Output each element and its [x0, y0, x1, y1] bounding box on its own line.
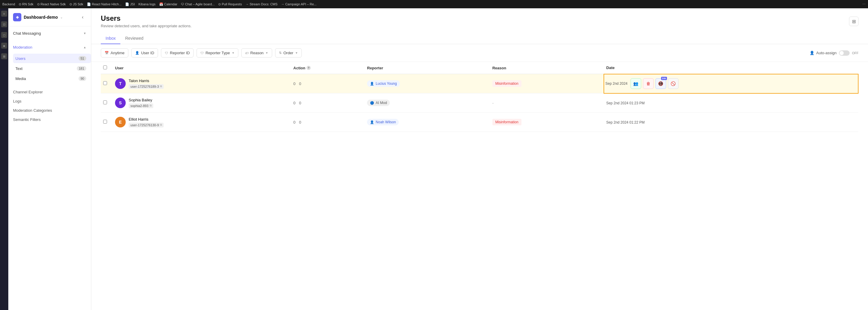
- browser-tab-chat[interactable]: 🗨 Chat – Agile board...: [181, 2, 215, 6]
- row-1-action-a: 0: [293, 82, 296, 86]
- browser-tab-rn-hitch[interactable]: 📄 React Native Hitch...: [87, 2, 122, 6]
- row-2-reporter-badge[interactable]: 🔵 AI Mod: [367, 100, 390, 106]
- reporter-type-chevron: ▼: [231, 51, 235, 55]
- row-2-checkbox[interactable]: [103, 100, 107, 104]
- row-3-user-cell: E Elliot Harris user-1725276130-9 ⧉: [113, 113, 291, 132]
- row-1-reporter-cell: 👤 Lucius Young: [365, 74, 490, 93]
- table-row: E Elliot Harris user-1725276130-9 ⧉: [101, 113, 858, 132]
- left-edge-icon-1[interactable]: ≡: [1, 11, 7, 17]
- moderation-label: Moderation: [13, 45, 32, 50]
- left-edge-icon-4[interactable]: ◈: [1, 43, 7, 49]
- browser-tab-backend[interactable]: Backend: [2, 2, 15, 6]
- browser-tab-stream-docs[interactable]: → Stream Docs: CMS: [245, 2, 277, 6]
- row-1-user-name: Talon Harris: [129, 79, 164, 83]
- page-tabs: Inbox Reviewed: [101, 33, 859, 44]
- media-label: Media: [16, 76, 26, 81]
- row-3-avatar-letter: E: [119, 120, 122, 124]
- sidebar-item-logs[interactable]: Logs: [8, 97, 91, 106]
- table-row: S Sophia Bailey sophia2-893 ⧉: [101, 93, 858, 113]
- table-container: User Action ? Reporter Reason: [91, 62, 868, 310]
- reason-label: Reason: [250, 51, 264, 55]
- sidebar-nav-chat-messaging[interactable]: Chat Messaging ▼: [8, 29, 91, 38]
- sidebar-section-chat: Chat Messaging ▼: [8, 26, 91, 40]
- brand-icon: ◈: [13, 13, 21, 21]
- reporter-type-filter[interactable]: 🛡 Reporter Type ▼: [196, 48, 238, 58]
- grid-view-button[interactable]: ⊞: [849, 17, 859, 26]
- row-1-user-id: user-1725276189-3 ⧉: [129, 84, 164, 89]
- row-2-checkbox-cell: [101, 93, 113, 113]
- reporter-id-filter[interactable]: 🛡 Reporter ID: [161, 48, 193, 58]
- ban-icon: 🚫: [671, 81, 676, 86]
- row-1-btn-ban-24h[interactable]: 📵 24h: [655, 78, 666, 89]
- left-edge-icon-5[interactable]: ⊞: [1, 53, 7, 59]
- auto-assign-container: 👤 Auto-assign OFF: [810, 51, 859, 56]
- left-edge-icon-3[interactable]: ◻: [1, 32, 7, 38]
- tag-icon: 🏷: [245, 51, 248, 55]
- sidebar-item-channel-explorer[interactable]: Channel Explorer: [8, 87, 91, 97]
- browser-tab-kibana[interactable]: Kibana logs: [138, 2, 156, 6]
- text-badge: 181: [77, 66, 86, 71]
- left-edge-icon-2[interactable]: ⊡: [1, 21, 7, 27]
- row-3-reporter-badge[interactable]: 👤 Noah Wilson: [367, 119, 399, 125]
- row-1-user-cell: T Talon Harris user-1725276189-3 ⧉: [113, 74, 291, 93]
- row-2-user-name: Sophia Bailey: [129, 98, 153, 102]
- row-1-copy-icon[interactable]: ⧉: [160, 85, 162, 88]
- sidebar-nav-moderation[interactable]: Moderation ▲: [8, 43, 91, 52]
- browser-tab-more[interactable]: ⋯: [862, 2, 866, 6]
- browser-tab-pull-requests[interactable]: ⊙ Pull Requests: [218, 2, 242, 6]
- browser-tab-campaign[interactable]: → Campaign API – Re...: [281, 2, 317, 6]
- row-1-btn-ban[interactable]: 🚫: [668, 78, 679, 89]
- row-3-copy-icon[interactable]: ⧉: [160, 123, 162, 127]
- row-1-checkbox[interactable]: [103, 81, 107, 85]
- row-1-reporter-icon: 👤: [370, 82, 374, 86]
- brand-chevron: ⌄: [60, 16, 63, 19]
- tab-inbox[interactable]: Inbox: [101, 33, 120, 44]
- th-date-label: Date: [606, 65, 615, 70]
- th-select-all[interactable]: [101, 62, 113, 74]
- row-3-date: Sep 2nd 2024 01:22 PM: [606, 120, 645, 124]
- tab-inbox-label: Inbox: [105, 36, 116, 40]
- anytime-label: Anytime: [111, 51, 125, 55]
- table-row: T Talon Harris user-1725276189-3 ⧉: [101, 74, 858, 93]
- sidebar-item-media[interactable]: Media 90: [13, 74, 91, 83]
- row-1-btn-review[interactable]: 👥: [630, 78, 641, 89]
- th-user-label: User: [115, 66, 124, 70]
- row-1-btn-delete[interactable]: 🗑: [643, 78, 654, 89]
- sidebar-item-text[interactable]: Text 181: [13, 64, 91, 73]
- table-header-row: User Action ? Reporter Reason: [101, 62, 858, 74]
- row-2-copy-icon[interactable]: ⧉: [150, 104, 152, 107]
- sidebar-brand[interactable]: ◈ Dashboard-demo ⌄: [13, 13, 63, 21]
- reason-filter[interactable]: 🏷 Reason ▼: [241, 48, 272, 58]
- browser-tab-calendar[interactable]: 📅 Calendar: [159, 2, 178, 6]
- shield-icon: 🛡: [165, 51, 168, 55]
- user-id-filter[interactable]: 👤 User ID: [131, 48, 158, 58]
- brand-label: Dashboard-demo: [24, 15, 58, 20]
- action-info-icon[interactable]: ?: [307, 66, 311, 70]
- row-3-user-name: Elliot Harris: [129, 117, 164, 122]
- filters-bar: 📅 Anytime 👤 User ID 🛡 Reporter ID 🛡 Repo…: [91, 44, 868, 62]
- row-1-action-cell: 0 0: [291, 74, 365, 93]
- order-filter[interactable]: ⇅ Order ▼: [275, 48, 302, 58]
- row-1-reporter-badge[interactable]: 👤 Lucius Young: [367, 80, 400, 87]
- sidebar-collapse-button[interactable]: ‹: [79, 13, 86, 21]
- browser-tab-jsi[interactable]: 📄 JSI: [125, 2, 135, 6]
- row-2-action-b: 0: [299, 101, 301, 105]
- sidebar-item-moderation-categories[interactable]: Moderation Categories: [8, 106, 91, 115]
- ban-24h-badge: 24h: [661, 77, 667, 80]
- select-all-checkbox[interactable]: [103, 65, 107, 69]
- browser-tab-rn-sdk[interactable]: ⊙ RN Sdk: [19, 2, 33, 6]
- anytime-filter[interactable]: 📅 Anytime: [101, 48, 128, 58]
- row-1-avatar: T: [115, 78, 126, 89]
- tab-reviewed[interactable]: Reviewed: [120, 33, 148, 44]
- browser-tab-js-sdk[interactable]: ⊙ JS Sdk: [69, 2, 83, 6]
- row-3-checkbox[interactable]: [103, 120, 107, 124]
- sidebar-item-semantic-filters[interactable]: Semantic Filters: [8, 115, 91, 124]
- row-3-date-cell: Sep 2nd 2024 01:22 PM: [604, 113, 858, 132]
- tab-reviewed-label: Reviewed: [125, 36, 143, 40]
- browser-tab-react-native[interactable]: ⊙ React Native Sdk: [37, 2, 66, 6]
- row-3-action-b: 0: [299, 120, 301, 124]
- auto-assign-toggle[interactable]: [839, 51, 849, 56]
- sidebar-item-users[interactable]: Users 51: [13, 54, 91, 63]
- users-label: Users: [16, 56, 26, 61]
- media-badge: 90: [79, 76, 86, 81]
